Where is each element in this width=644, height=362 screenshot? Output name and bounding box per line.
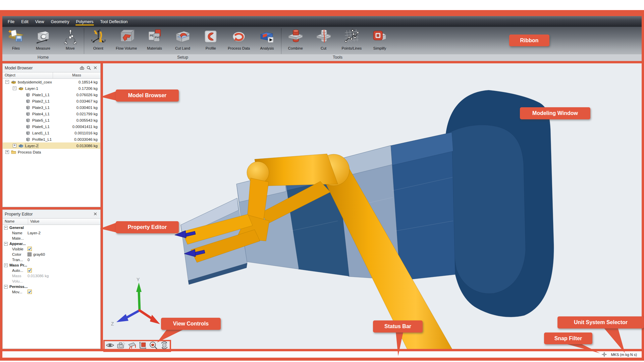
tree-row-plate4-l1[interactable]: Plate4_L10.021799 kg (3, 111, 100, 117)
tree-row-layer-2[interactable]: +Layer-20.013086 kg (3, 142, 100, 149)
ribbon-tool-move[interactable]: Move (57, 27, 84, 54)
menu-item-polymers[interactable]: Polymers (72, 17, 97, 26)
checkbox-icon[interactable] (28, 290, 32, 295)
property-value[interactable]: Layer-2 (28, 231, 41, 235)
annotation-frame-bottom (0, 358, 644, 361)
property-value[interactable] (28, 268, 32, 273)
column-header-value[interactable]: Value (28, 219, 100, 225)
ribbon-tool-label: Measure (36, 46, 50, 50)
zoom-model-icon (149, 341, 158, 351)
column-header-mass[interactable]: Mass (53, 72, 100, 78)
find-icon[interactable] (79, 65, 85, 71)
snap-filter-icon[interactable] (602, 352, 607, 357)
flip-view-button[interactable] (127, 342, 136, 350)
property-value-text: Layer-2 (28, 231, 41, 235)
checkbox-icon[interactable] (28, 268, 32, 273)
annotation-frame-top (0, 10, 644, 16)
collapse-icon[interactable]: − (5, 80, 9, 84)
ribbon-tool-label: Combine (288, 46, 303, 50)
ribbon-tool-files[interactable]: Files (2, 27, 30, 54)
property-name-label: Auto... (12, 268, 23, 273)
property-name: Visible (3, 247, 28, 251)
tree-row-plate3-l1[interactable]: Plate3_L10.030401 kg (3, 104, 100, 111)
tree-row-bodysidemold-coex[interactable]: −bodysidemold_coex0.18514 kg (3, 79, 100, 85)
menu-item-edit[interactable]: Edit (18, 17, 32, 26)
tree-row-label: Plate1_L1 (32, 93, 50, 97)
ribbon-tool-measure[interactable]: Measure (30, 27, 57, 54)
collapse-icon[interactable]: − (13, 86, 16, 90)
move-icon (62, 28, 79, 45)
column-header-name[interactable]: Name (3, 219, 28, 225)
unit-system-selector[interactable]: MKS (m kg N s) (611, 353, 637, 357)
property-value[interactable]: 0.013086 kg (28, 274, 49, 278)
close-icon[interactable] (93, 65, 98, 71)
checkbox-icon[interactable] (28, 247, 32, 252)
collapse-icon[interactable]: − (4, 242, 8, 246)
collapse-icon[interactable]: − (4, 226, 8, 230)
tree-row-mass: 0.013086 kg (76, 144, 98, 148)
tree-row-plate5-l1[interactable]: Plate5_L10.005543 kg (3, 117, 100, 123)
annotation-frame-right (642, 16, 644, 361)
ribbon-tool-flow-volume[interactable]: Flow Volume (112, 27, 141, 54)
snapshot-button[interactable] (116, 342, 125, 350)
expand-icon[interactable]: + (5, 150, 9, 154)
ribbon-tool-points-lines[interactable]: Points/Lines (338, 27, 366, 54)
search-icon[interactable] (86, 65, 92, 71)
tree-row-profile1-l1[interactable]: Profile1_L10.0033046 kg (3, 136, 100, 142)
tree-row-plate2-l1[interactable]: Plate2_L10.033467 kg (3, 98, 100, 104)
property-value[interactable] (28, 247, 32, 252)
property-value[interactable]: 0 (28, 258, 30, 262)
callout-ribbon: Ribbon (509, 35, 549, 46)
tree-row-plate6-l1[interactable]: Plate6_L10.00041411 kg (3, 123, 100, 130)
callout-unit-system-selector: Unit System Selector (557, 316, 644, 328)
materials-icon: PEPVC (146, 28, 163, 45)
collapse-icon[interactable]: − (4, 263, 8, 267)
property-name: −Permiss... (3, 285, 28, 289)
property-value-text: gray60 (33, 252, 45, 256)
ribbon-tool-materials[interactable]: PEPVCMaterials (141, 27, 169, 54)
ribbon-tool-label: Process Data (228, 46, 250, 50)
ribbon-tool-process-data[interactable]: Process Data (225, 27, 253, 54)
simplify-icon (371, 28, 388, 45)
callout-modeling-window: Modeling Window (520, 107, 590, 119)
tree-row-label: Plate6_L1 (32, 125, 50, 129)
menu-item-file[interactable]: File (4, 17, 18, 26)
model-browser-column-headers: Object Mass (3, 72, 100, 79)
view-plane-button[interactable] (138, 342, 147, 350)
property-value[interactable] (28, 290, 32, 295)
menu-item-geometry[interactable]: Geometry (48, 17, 73, 26)
show-hide-button[interactable] (106, 342, 115, 350)
model-3d-view[interactable]: Y Z X (103, 63, 642, 349)
rotate-view-button[interactable] (160, 342, 169, 350)
ribbon-tool-profile[interactable]: Profile (197, 27, 225, 54)
close-icon[interactable] (93, 211, 98, 217)
ribbon-tool-analysis[interactable]: Analysis (253, 27, 281, 54)
column-header-object[interactable]: Object (3, 72, 53, 78)
solid-cube-icon (25, 137, 31, 142)
tree-row-label: Profile1_L1 (32, 137, 52, 141)
ribbon-tool-orient[interactable]: xyzOrient (84, 27, 112, 54)
property-row-tran: Tran...0 (3, 257, 100, 262)
menu-item-tool-deflection[interactable]: Tool Deflection (97, 17, 131, 26)
ribbon-groups: FilesMeasureMovexyzOrientFlow VolumePEPV… (2, 27, 394, 54)
collapse-icon[interactable]: − (4, 285, 8, 289)
annotation-line-panel-split (2, 207, 101, 209)
menu-bar: FileEditViewGeometryPolymersTool Deflect… (2, 16, 642, 27)
property-editor-column-headers: Name Value (3, 219, 100, 225)
ribbon-tool-cut[interactable]: Cut (310, 27, 338, 54)
ribbon-tool-simplify[interactable]: Simplify (366, 27, 394, 54)
property-value-text: 0 (28, 258, 30, 262)
tree-row-layer-1[interactable]: −Layer-10.17206 kg (3, 85, 100, 92)
zoom-model-button[interactable] (149, 342, 158, 350)
ribbon-tool-cut-land[interactable]: Cut Land (169, 27, 197, 54)
expand-icon[interactable]: + (13, 144, 16, 147)
menu-item-view[interactable]: View (32, 17, 48, 26)
property-value[interactable]: gray60 (28, 252, 45, 256)
ribbon-tool-combine[interactable]: Combine (281, 27, 310, 54)
tree-row-land1-l1[interactable]: Land1_L10.0011016 kg (3, 130, 100, 136)
tree-row-process-data[interactable]: +Process Data (3, 149, 100, 155)
files-icon (7, 28, 25, 45)
flip-view-icon (127, 341, 136, 351)
modeling-window[interactable]: Y Z X (103, 63, 642, 349)
tree-row-plate1-l1[interactable]: Plate1_L10.076026 kg (3, 92, 100, 98)
